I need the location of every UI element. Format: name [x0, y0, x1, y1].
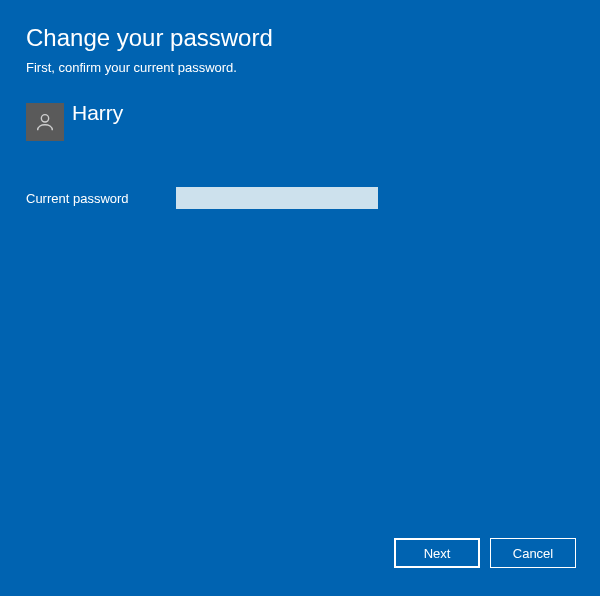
- footer: Next Cancel: [394, 538, 576, 568]
- svg-point-0: [41, 115, 48, 122]
- current-password-row: Current password: [0, 141, 600, 209]
- current-password-input[interactable]: [176, 187, 378, 209]
- page-title: Change your password: [26, 24, 574, 52]
- next-button[interactable]: Next: [394, 538, 480, 568]
- user-icon: [34, 111, 56, 133]
- avatar: [26, 103, 64, 141]
- cancel-button[interactable]: Cancel: [490, 538, 576, 568]
- header: Change your password First, confirm your…: [0, 0, 600, 75]
- page-subtitle: First, confirm your current password.: [26, 60, 574, 75]
- username: Harry: [72, 101, 123, 124]
- user-row: Harry: [0, 75, 600, 141]
- current-password-label: Current password: [26, 191, 162, 206]
